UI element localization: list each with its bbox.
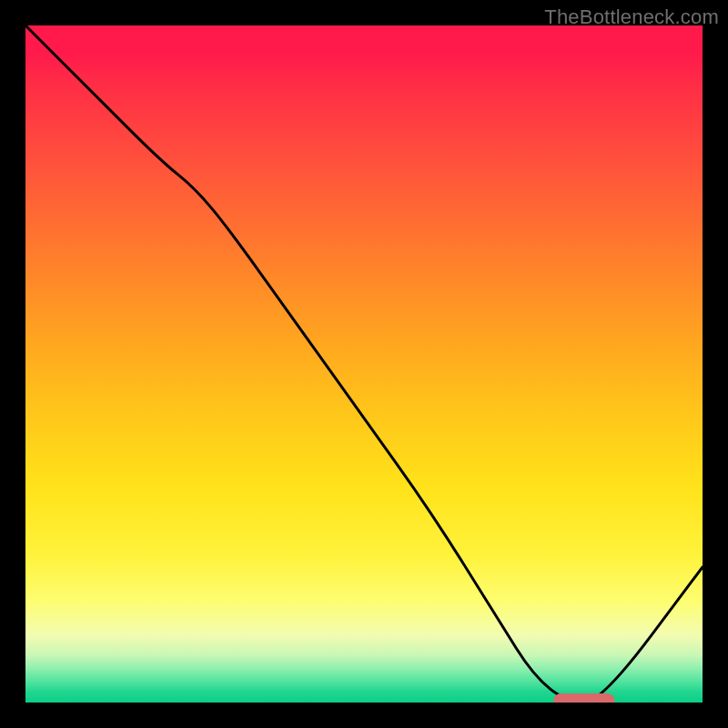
optimal-range-marker — [553, 693, 614, 703]
bottleneck-curve-svg — [25, 25, 703, 703]
plot-area — [25, 25, 703, 703]
chart-frame: TheBottleneck.com — [0, 0, 728, 728]
bottleneck-curve-line — [25, 25, 703, 703]
